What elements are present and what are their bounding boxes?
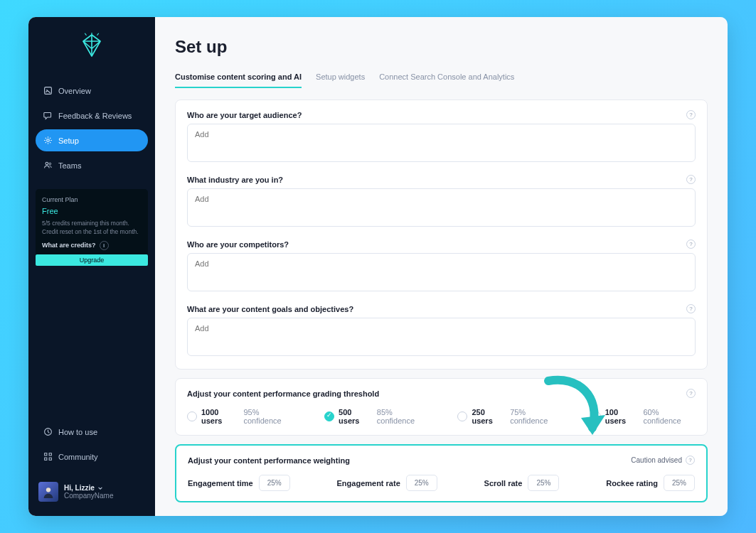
- q2-input[interactable]: [187, 188, 696, 227]
- q3-label: Who are your competitors?: [187, 240, 289, 249]
- weight-label: Engagement time: [188, 479, 253, 488]
- svg-point-6: [46, 162, 48, 165]
- nav-teams[interactable]: Teams: [36, 154, 148, 176]
- opt-sub: 75% confidence: [510, 408, 563, 425]
- weight-label: Engagement rate: [337, 479, 400, 488]
- q1-input[interactable]: [187, 124, 696, 162]
- info-icon[interactable]: ?: [686, 110, 696, 119]
- threshold-250[interactable]: 250 users 75% confidence: [457, 408, 562, 425]
- threshold-title: Adjust your content performance grading …: [187, 389, 379, 398]
- info-icon[interactable]: ?: [686, 456, 695, 465]
- weight-input-engagement-time[interactable]: [259, 475, 290, 491]
- user-company: CompanyName: [64, 492, 113, 500]
- weight-label: Rockee rating: [606, 479, 658, 488]
- opt-main: 250 users: [472, 408, 506, 425]
- threshold-500[interactable]: 500 users 85% confidence: [324, 408, 429, 425]
- users-icon: [43, 161, 53, 170]
- info-icon: i: [100, 241, 109, 250]
- threshold-card: Adjust your content performance grading …: [175, 378, 708, 436]
- chat-icon: [43, 111, 53, 120]
- plan-meta: 5/5 credits remaining this month. Credit…: [42, 220, 142, 237]
- svg-rect-10: [49, 453, 51, 456]
- caution-note: Caution advised ?: [631, 456, 695, 465]
- weight-rockee-rating: Rockee rating: [606, 475, 695, 491]
- page-title: Set up: [175, 37, 708, 57]
- weighting-card: Adjust your content performance weightin…: [175, 444, 708, 502]
- clock-icon: [43, 427, 53, 436]
- tab-customise[interactable]: Customise content scoring and AI: [175, 68, 302, 88]
- threshold-1000[interactable]: 1000 users 95% confidence: [187, 408, 296, 425]
- chevron-down-icon: [97, 485, 103, 491]
- opt-main: 500 users: [339, 408, 373, 425]
- threshold-100[interactable]: 100 users 60% confidence: [591, 408, 696, 425]
- weight-engagement-rate: Engagement rate: [337, 475, 437, 491]
- svg-line-2: [97, 33, 99, 36]
- weighting-row: Engagement time Engagement rate Scroll r…: [188, 475, 695, 491]
- weight-scroll-rate: Scroll rate: [484, 475, 560, 491]
- q4-label: What are your content goals and objectiv…: [187, 305, 353, 313]
- weight-input-engagement-rate[interactable]: [406, 475, 437, 491]
- weighting-title: Adjust your content performance weightin…: [188, 456, 350, 465]
- nav-feedback[interactable]: Feedback & Reviews: [36, 104, 148, 126]
- tab-widgets[interactable]: Setup widgets: [316, 68, 365, 87]
- radio-icon: [187, 411, 197, 421]
- opt-sub: 95% confidence: [244, 408, 297, 425]
- weight-input-scroll-rate[interactable]: [528, 475, 559, 491]
- nav-setup[interactable]: Setup: [36, 129, 148, 151]
- nav-label: Overview: [58, 87, 91, 95]
- opt-main: 100 users: [605, 408, 639, 425]
- svg-line-1: [85, 33, 86, 36]
- opt-sub: 60% confidence: [643, 408, 696, 425]
- brand-logo: [36, 30, 148, 60]
- diamond-icon: [79, 33, 105, 58]
- nav-overview[interactable]: Overview: [36, 80, 148, 102]
- nav-label: Teams: [58, 161, 81, 170]
- q2-label: What industry are you in?: [187, 176, 283, 184]
- credits-label: What are credits?: [42, 241, 96, 250]
- nav-label: Feedback & Reviews: [58, 112, 132, 120]
- svg-rect-9: [45, 453, 47, 456]
- info-icon[interactable]: ?: [686, 389, 696, 398]
- svg-rect-11: [45, 458, 47, 460]
- avatar: [38, 482, 58, 502]
- q4-input[interactable]: [187, 318, 696, 356]
- info-icon[interactable]: ?: [686, 239, 696, 249]
- nav-label: How to use: [58, 428, 97, 436]
- radio-icon: [457, 411, 467, 421]
- user-menu[interactable]: Hi, Lizzie CompanyName: [36, 478, 148, 506]
- svg-point-13: [46, 488, 50, 492]
- app-window: Overview Feedback & Reviews Setup Teams …: [28, 17, 728, 516]
- radio-icon: [324, 411, 334, 421]
- gear-icon: [43, 136, 53, 145]
- plan-name: Free: [42, 206, 142, 217]
- plan-label: Current Plan: [42, 195, 142, 205]
- grid-icon: [43, 452, 53, 461]
- svg-point-5: [47, 139, 50, 142]
- tab-connect[interactable]: Connect Search Console and Analytics: [379, 68, 514, 87]
- nav-label: Setup: [58, 136, 79, 145]
- opt-main: 1000 users: [201, 408, 240, 425]
- upgrade-button[interactable]: Upgrade: [36, 254, 148, 266]
- credits-help[interactable]: What are credits? i: [42, 241, 142, 250]
- opt-sub: 85% confidence: [377, 408, 430, 425]
- questions-card: Who are your target audience? ? What ind…: [175, 99, 708, 370]
- user-text: Hi, Lizzie CompanyName: [64, 484, 113, 500]
- weight-input-rockee-rating[interactable]: [664, 475, 695, 491]
- weight-engagement-time: Engagement time: [188, 475, 290, 491]
- main-content: Set up Customise content scoring and AI …: [155, 17, 728, 516]
- nav-label: Community: [58, 453, 98, 461]
- dashboard-icon: [43, 86, 53, 95]
- threshold-options: 1000 users 95% confidence 500 users 85% …: [187, 408, 696, 425]
- sidebar: Overview Feedback & Reviews Setup Teams …: [28, 17, 155, 516]
- tab-bar: Customise content scoring and AI Setup w…: [175, 68, 708, 88]
- nav-how-to-use[interactable]: How to use: [36, 421, 148, 443]
- plan-card: Current Plan Free 5/5 credits remaining …: [36, 189, 148, 266]
- q3-input[interactable]: [187, 253, 696, 291]
- q1-label: Who are your target audience?: [187, 111, 302, 119]
- info-icon[interactable]: ?: [686, 304, 696, 313]
- svg-point-7: [49, 163, 51, 165]
- radio-icon: [591, 411, 601, 421]
- caution-label: Caution advised: [631, 456, 682, 464]
- nav-community[interactable]: Community: [36, 446, 148, 468]
- info-icon[interactable]: ?: [686, 175, 696, 184]
